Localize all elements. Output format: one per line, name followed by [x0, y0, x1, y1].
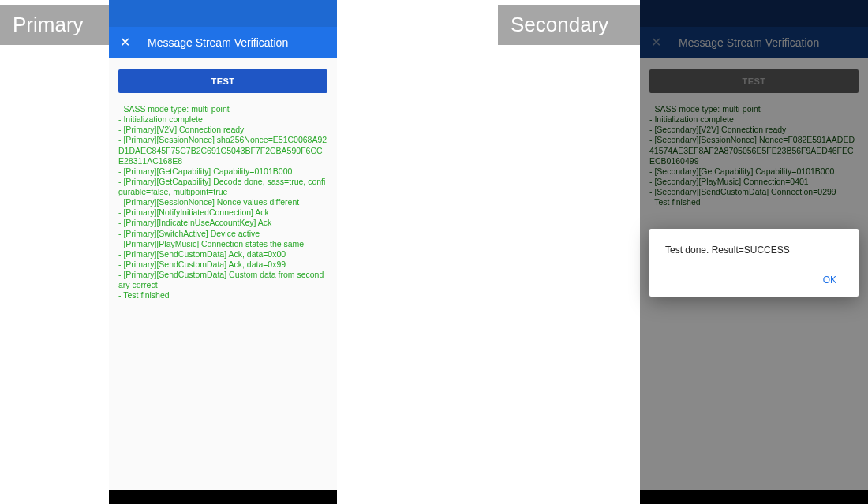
close-icon[interactable]: ✕	[120, 36, 130, 49]
log-line: - [Primary][SendCustomData] Ack, data=0x…	[118, 249, 327, 259]
log-line: - [Primary][GetCapability] Decode done, …	[118, 177, 327, 197]
result-dialog: Test done. Result=SUCCESS OK	[649, 229, 859, 297]
primary-phone: ✕ Message Stream Verification TEST - SAS…	[109, 0, 337, 504]
secondary-phone: ✕ Message Stream Verification TEST - SAS…	[640, 0, 868, 504]
dialog-message: Test done. Result=SUCCESS	[665, 245, 843, 256]
log-line: - [Primary][SendCustomData] Custom data …	[118, 270, 327, 290]
test-button[interactable]: TEST	[118, 69, 327, 93]
log-line: - [Primary][SessionNonce] Nonce values d…	[118, 197, 327, 207]
status-bar	[109, 0, 337, 27]
content-area: TEST - SASS mode type: multi-point - Ini…	[109, 58, 337, 490]
log-output: - SASS mode type: multi-point - Initiali…	[118, 104, 327, 301]
log-line: - [Primary][GetCapability] Capability=01…	[118, 166, 327, 177]
log-line: - Initialization complete	[118, 114, 327, 125]
log-line: - [Primary][IndicateInUseAccountKey] Ack	[118, 218, 327, 228]
log-line: - [Primary][SwitchActive] Device active	[118, 229, 327, 239]
log-line: - [Primary][V2V] Connection ready	[118, 125, 327, 135]
app-title: Message Stream Verification	[148, 36, 288, 49]
log-line: - SASS mode type: multi-point	[118, 104, 327, 114]
dialog-actions: OK	[665, 271, 843, 289]
nav-bar	[109, 490, 337, 504]
log-line: - [Primary][SendCustomData] Ack, data=0x…	[118, 259, 327, 270]
secondary-tag: Secondary	[498, 5, 640, 45]
primary-tag: Primary	[0, 5, 109, 45]
log-line: - [Primary][PlayMusic] Connection states…	[118, 239, 327, 249]
log-line: - [Primary][NotifyInitiatedConnection] A…	[118, 207, 327, 218]
log-line: - Test finished	[118, 290, 327, 301]
app-bar: ✕ Message Stream Verification	[109, 27, 337, 58]
ok-button[interactable]: OK	[817, 271, 843, 289]
log-line: - [Primary][SessionNonce] sha256Nonce=E5…	[118, 135, 327, 166]
